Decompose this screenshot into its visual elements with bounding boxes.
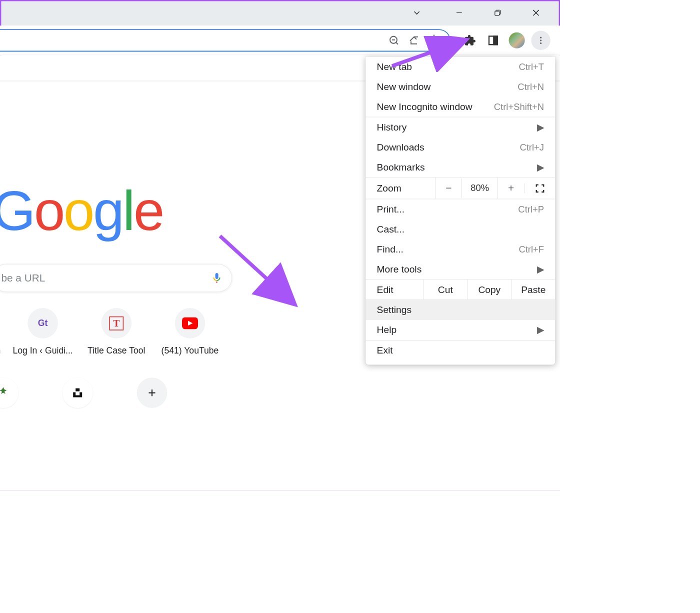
edit-copy-button[interactable]: Copy <box>467 280 511 300</box>
shortcut-guidi[interactable]: Gt Log In ‹ Guidi... <box>8 308 78 356</box>
menu-settings[interactable]: Settings <box>366 300 555 320</box>
menu-shortcut: Ctrl+J <box>520 142 544 153</box>
menu-label: Print... <box>377 204 404 214</box>
menu-label: History <box>377 122 407 132</box>
svg-point-13 <box>540 42 542 44</box>
menu-label: Help <box>377 324 396 336</box>
unsplash-icon <box>72 387 84 399</box>
shortcut-titlecase[interactable]: T Title Case Tool <box>82 308 151 356</box>
share-icon <box>408 34 420 46</box>
profile-avatar[interactable] <box>509 32 525 48</box>
browser-toolbar <box>0 26 560 55</box>
menu-shortcut: Ctrl+F <box>518 244 544 255</box>
menu-new-window[interactable]: New window Ctrl+N <box>366 77 555 97</box>
zoom-out-icon <box>388 34 400 46</box>
fullscreen-button[interactable] <box>524 184 555 193</box>
menu-edit-row: Edit Cut Copy Paste <box>366 279 555 300</box>
menu-label: Downloads <box>377 142 424 152</box>
menu-bookmarks[interactable]: Bookmarks ▶ <box>366 157 555 177</box>
more-menu: New tab Ctrl+T New window Ctrl+N New Inc… <box>366 57 555 365</box>
microphone-icon <box>211 272 223 284</box>
menu-new-incognito[interactable]: New Incognito window Ctrl+Shift+N <box>366 97 555 117</box>
shortcut-leaf[interactable] <box>0 378 18 408</box>
more-menu-button[interactable] <box>531 30 550 50</box>
kebab-icon <box>536 36 546 45</box>
menu-label: Bookmarks <box>377 162 425 172</box>
svg-line-7 <box>396 42 398 44</box>
shortcut-label: ch <box>0 346 0 356</box>
menu-downloads[interactable]: Downloads Ctrl+J <box>366 137 555 157</box>
menu-label: New tab <box>377 61 412 72</box>
menu-shortcut: Ctrl+P <box>518 204 544 215</box>
side-panel-button[interactable] <box>482 30 504 51</box>
puzzle-icon <box>464 34 476 46</box>
add-shortcut-button[interactable] <box>137 378 168 408</box>
menu-shortcut: Ctrl+N <box>518 82 544 92</box>
youtube-icon <box>182 317 198 329</box>
share-button[interactable] <box>404 31 424 50</box>
edit-paste-button[interactable]: Paste <box>511 280 555 300</box>
zoom-in-button[interactable]: + <box>498 178 524 198</box>
favorite-button[interactable] <box>424 31 444 50</box>
submenu-arrow-icon: ▶ <box>537 324 544 336</box>
menu-edit-label: Edit <box>366 280 423 300</box>
menu-label: More tools <box>377 264 422 274</box>
submenu-arrow-icon: ▶ <box>537 122 544 132</box>
shortcut-youtube[interactable]: (541) YouTube <box>155 308 224 356</box>
search-box[interactable]: be a URL <box>0 264 232 292</box>
t-icon: T <box>109 316 124 330</box>
submenu-arrow-icon: ▶ <box>537 162 544 172</box>
svg-rect-16 <box>76 388 80 392</box>
gt-icon: Gt <box>38 318 48 328</box>
menu-label: Settings <box>377 304 412 316</box>
fullscreen-icon <box>535 184 544 193</box>
google-logo: Google <box>0 178 163 244</box>
shortcut-unsplash[interactable] <box>62 378 93 408</box>
menu-print[interactable]: Print... Ctrl+P <box>366 199 555 219</box>
extensions-button[interactable] <box>459 30 480 51</box>
menu-label: Find... <box>377 244 404 254</box>
side-panel-icon <box>488 34 498 46</box>
search-placeholder: be a URL <box>1 272 210 284</box>
voice-search-button[interactable] <box>211 272 223 284</box>
menu-shortcut: Ctrl+Shift+N <box>494 102 544 112</box>
menu-label: New window <box>377 81 431 92</box>
edit-cut-button[interactable]: Cut <box>423 280 467 300</box>
svg-rect-10 <box>494 36 497 44</box>
shortcut-label: Title Case Tool <box>88 346 145 356</box>
address-bar[interactable] <box>0 29 450 52</box>
menu-zoom-label: Zoom <box>366 178 435 198</box>
shortcut-icon-circle: Gt <box>28 308 58 338</box>
leaf-icon <box>0 386 10 400</box>
menu-cast[interactable]: Cast... <box>366 219 555 239</box>
shortcuts-row-1: ch Gt Log In ‹ Guidi... T Title Case Too… <box>0 308 225 356</box>
menu-zoom-row: Zoom − 80% + <box>366 177 555 199</box>
svg-marker-8 <box>429 35 439 44</box>
svg-point-12 <box>540 40 542 41</box>
shortcut-label: Log In ‹ Guidi... <box>12 346 72 356</box>
plus-icon <box>146 387 158 398</box>
menu-help[interactable]: Help ▶ <box>366 320 555 340</box>
menu-label: New Incognito window <box>377 101 472 112</box>
zoom-out-button[interactable] <box>384 31 404 50</box>
shortcuts-row-2 <box>0 378 167 415</box>
menu-find[interactable]: Find... Ctrl+F <box>366 239 555 259</box>
shortcut-partial[interactable]: ch <box>0 308 4 356</box>
menu-label: Cast... <box>377 224 404 234</box>
shortcut-icon-circle <box>175 308 206 338</box>
zoom-out-button[interactable]: − <box>435 178 462 198</box>
menu-shortcut: Ctrl+T <box>518 62 544 72</box>
menu-new-tab[interactable]: New tab Ctrl+T <box>366 57 555 77</box>
zoom-level: 80% <box>462 178 498 198</box>
shortcut-icon-circle: T <box>101 308 132 338</box>
menu-label: Exit <box>377 345 393 356</box>
menu-exit[interactable]: Exit <box>366 340 555 365</box>
menu-history[interactable]: History ▶ <box>366 117 555 137</box>
star-icon <box>428 34 440 46</box>
menu-more-tools[interactable]: More tools ▶ <box>366 259 555 279</box>
shortcut-label: (541) YouTube <box>162 346 219 356</box>
submenu-arrow-icon: ▶ <box>537 264 544 274</box>
svg-point-11 <box>540 36 542 38</box>
